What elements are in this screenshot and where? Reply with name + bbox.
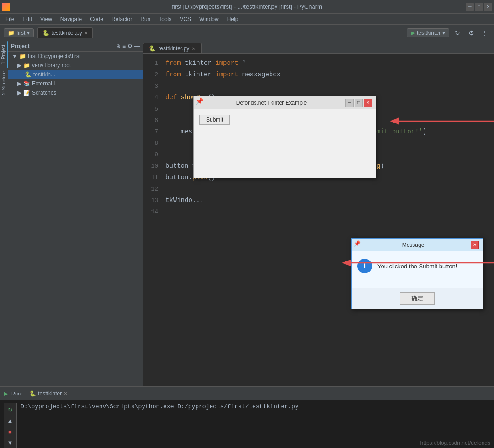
project-header-icons: ⊕ ≡ ⚙ — bbox=[116, 43, 140, 49]
menu-bar: File Edit View Navigate Code Refactor Ru… bbox=[0, 14, 494, 25]
tree-root-label: first D:\pyprojects\first bbox=[28, 53, 80, 59]
app-logo bbox=[2, 3, 10, 11]
maximize-btn[interactable]: □ bbox=[475, 3, 483, 11]
settings-icon[interactable]: ⚙ bbox=[127, 43, 133, 49]
minimize-btn[interactable]: ─ bbox=[466, 3, 474, 11]
menu-tools[interactable]: Tools bbox=[155, 15, 175, 23]
chevron-right-icon: ▶ bbox=[17, 80, 21, 87]
window-controls[interactable]: ─ □ ✕ bbox=[466, 3, 492, 11]
tree-venv[interactable]: ▶ 📁 venv library root bbox=[8, 61, 143, 70]
editor-tab-label: testtkinter.py bbox=[159, 45, 189, 52]
message-dialog-body: i You clicked the Submit button! bbox=[352, 251, 483, 288]
sidebar-tab-project[interactable]: 1: Project bbox=[0, 41, 8, 68]
run-panel: ▶ Run: 🐍 testtkinter ✕ ↻ ▲ ■ ▼ ⏸ ⇄ D:\py… bbox=[0, 386, 494, 448]
py-icon: 🐍 bbox=[149, 45, 156, 52]
run-config-label: testtkinter bbox=[417, 30, 441, 36]
message-text: You clicked the Submit button! bbox=[377, 263, 457, 270]
folder-icon: 📁 bbox=[19, 53, 26, 59]
pin-icon: 📌 bbox=[196, 97, 203, 105]
gear-icon[interactable]: — bbox=[134, 43, 140, 49]
run-config[interactable]: ▶ testtkinter ▾ bbox=[407, 28, 449, 37]
code-line-13: 13 tkWindo... bbox=[143, 195, 494, 206]
msg-close-btn[interactable]: ✕ bbox=[471, 241, 479, 249]
run-tab-close[interactable]: ✕ bbox=[64, 391, 67, 396]
code-line-2: 2 from tkinter import messagebox bbox=[143, 69, 494, 80]
run-config-icon: ▶ bbox=[411, 30, 415, 36]
scratches-icon: 📝 bbox=[23, 90, 30, 96]
menu-window[interactable]: Window bbox=[196, 15, 223, 23]
menu-code[interactable]: Code bbox=[86, 15, 107, 23]
tk-close-btn[interactable]: ✕ bbox=[364, 99, 372, 107]
run-tab-label: Run: bbox=[11, 391, 22, 396]
run-tab-name: testtkinter bbox=[38, 390, 62, 397]
locate-icon[interactable]: ⊕ bbox=[116, 43, 121, 49]
code-line-1: 1 from tkinter import * bbox=[143, 58, 494, 69]
message-footer: 确定 bbox=[352, 288, 483, 309]
editor-tabs: 🐍 testtkinter.py ✕ bbox=[143, 41, 494, 54]
run-toolbar: ↻ ▲ ■ ▼ ⏸ ⇄ bbox=[4, 403, 17, 448]
project-badge[interactable]: 📁 first ▾ bbox=[4, 28, 34, 37]
project-panel: Project ⊕ ≡ ⚙ — ▼ 📁 first D:\pyprojects\… bbox=[8, 41, 143, 386]
editor-tab-testtkinter[interactable]: 🐍 testtkinter.py ✕ bbox=[143, 43, 202, 53]
tk-submit-button[interactable]: Submit bbox=[199, 115, 230, 125]
menu-edit[interactable]: Edit bbox=[19, 15, 36, 23]
close-btn[interactable]: ✕ bbox=[484, 3, 492, 11]
file-tab-close[interactable]: ✕ bbox=[84, 31, 88, 36]
scroll-down-btn[interactable]: ▼ bbox=[5, 438, 15, 447]
stop-btn[interactable]: ■ bbox=[5, 427, 15, 436]
info-icon: i bbox=[357, 259, 372, 273]
sidebar-tab-structure[interactable]: 2: Structure bbox=[0, 68, 7, 99]
tkinter-body: Submit bbox=[194, 109, 376, 178]
menu-refactor[interactable]: Refactor bbox=[108, 15, 136, 23]
tree-external-libs[interactable]: ▶ 📚 External L... bbox=[8, 79, 143, 88]
project-icon: 📁 bbox=[8, 30, 15, 36]
settings-btn[interactable]: ⚙ bbox=[466, 27, 477, 38]
window-title: first [D:\pyprojects\first] - ...\testtk… bbox=[172, 3, 322, 10]
tkinter-window[interactable]: 📌 Defonds.net Tkinter Example ─ □ ✕ Subm… bbox=[193, 96, 376, 178]
project-panel-header: Project ⊕ ≡ ⚙ — bbox=[8, 41, 143, 52]
menu-view[interactable]: View bbox=[37, 15, 56, 23]
message-dialog-title: Message bbox=[356, 242, 471, 248]
collapse-icon[interactable]: ≡ bbox=[122, 43, 126, 49]
scroll-up-btn[interactable]: ▲ bbox=[5, 416, 15, 425]
run-tabs: ▶ Run: 🐍 testtkinter ✕ bbox=[0, 387, 494, 400]
more-btn[interactable]: ⋮ bbox=[479, 27, 490, 38]
tkinter-win-btns: ─ □ ✕ bbox=[345, 99, 372, 107]
editor-area: 🐍 testtkinter.py ✕ 1 from tkinter import… bbox=[143, 41, 494, 386]
run-command: D:\pyprojects\first\venv\Scripts\python.… bbox=[21, 403, 299, 410]
main-area: 1: Project 2: Structure Project ⊕ ≡ ⚙ — … bbox=[0, 41, 494, 386]
file-tab[interactable]: 🐍 testtkinter.py ✕ bbox=[37, 27, 92, 38]
menu-navigate[interactable]: Navigate bbox=[57, 15, 85, 23]
tree-root[interactable]: ▼ 📁 first D:\pyprojects\first bbox=[8, 52, 143, 61]
tkinter-titlebar: 📌 Defonds.net Tkinter Example ─ □ ✕ bbox=[194, 96, 376, 109]
tree-testtkinter[interactable]: 🐍 testtkin... bbox=[8, 70, 143, 79]
message-dialog-titlebar: 📌 Message ✕ bbox=[352, 239, 483, 251]
toolbar: 📁 first ▾ 🐍 testtkinter.py ✕ ▶ testtkint… bbox=[0, 25, 494, 41]
msg-pin-icon: 📌 bbox=[354, 240, 361, 247]
title-bar: first [D:\pyprojects\first] - ...\testtk… bbox=[0, 0, 494, 14]
message-content: i You clicked the Submit button! bbox=[357, 259, 477, 273]
tree-testtkinter-label: testtkin... bbox=[33, 71, 55, 78]
left-sidebar-tabs: 1: Project 2: Structure bbox=[0, 41, 8, 386]
chevron-down-icon: ▾ bbox=[27, 30, 30, 36]
ok-button[interactable]: 确定 bbox=[400, 292, 435, 305]
message-dialog[interactable]: 📌 Message ✕ i You clicked the Submit but… bbox=[351, 238, 483, 309]
run-tab-testtkinter[interactable]: 🐍 testtkinter ✕ bbox=[26, 389, 71, 398]
tree-scratches[interactable]: ▶ 📝 Scratches bbox=[8, 88, 143, 97]
menu-vcs[interactable]: VCS bbox=[176, 15, 195, 23]
code-line-3: 3 bbox=[143, 80, 494, 92]
chevron-right-icon: ▶ bbox=[17, 62, 21, 69]
menu-help[interactable]: Help bbox=[223, 15, 242, 23]
rerun-btn[interactable]: ↻ bbox=[5, 405, 15, 414]
py-file-icon: 🐍 bbox=[42, 30, 49, 36]
tree-venv-label: venv library root bbox=[32, 62, 71, 69]
tk-minimize-btn[interactable]: ─ bbox=[345, 99, 354, 107]
toolbar-right: ▶ testtkinter ▾ ↻ ⚙ ⋮ bbox=[407, 27, 490, 38]
tk-maximize-btn[interactable]: □ bbox=[355, 99, 363, 107]
menu-file[interactable]: File bbox=[2, 15, 18, 23]
menu-run[interactable]: Run bbox=[137, 15, 154, 23]
run-icon: ▶ bbox=[4, 390, 8, 397]
refresh-btn[interactable]: ↻ bbox=[452, 27, 463, 38]
project-name: first bbox=[16, 30, 25, 36]
editor-tab-close[interactable]: ✕ bbox=[192, 46, 196, 51]
